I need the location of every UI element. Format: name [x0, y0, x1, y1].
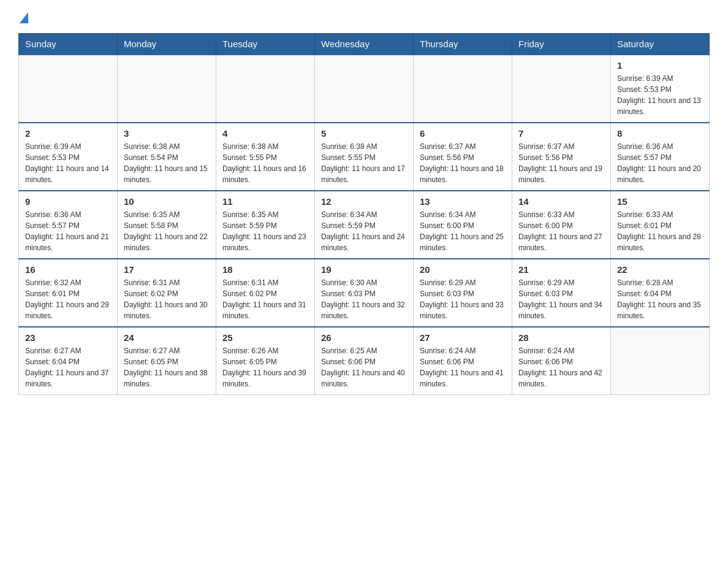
day-info: Sunrise: 6:33 AM Sunset: 6:00 PM Dayligh…	[518, 209, 604, 253]
calendar-cell: 20Sunrise: 6:29 AM Sunset: 6:03 PM Dayli…	[414, 259, 512, 327]
day-info: Sunrise: 6:29 AM Sunset: 6:03 PM Dayligh…	[518, 277, 604, 321]
day-number: 16	[25, 264, 111, 275]
day-info: Sunrise: 6:36 AM Sunset: 5:57 PM Dayligh…	[617, 141, 703, 185]
calendar-week-row: 2Sunrise: 6:39 AM Sunset: 5:53 PM Daylig…	[19, 123, 710, 191]
day-info: Sunrise: 6:35 AM Sunset: 5:59 PM Dayligh…	[222, 209, 308, 253]
calendar-cell: 3Sunrise: 6:38 AM Sunset: 5:54 PM Daylig…	[118, 123, 216, 191]
day-info: Sunrise: 6:39 AM Sunset: 5:53 PM Dayligh…	[25, 141, 111, 185]
calendar-cell: 19Sunrise: 6:30 AM Sunset: 6:03 PM Dayli…	[315, 259, 414, 327]
day-number: 12	[321, 196, 407, 207]
day-info: Sunrise: 6:24 AM Sunset: 6:06 PM Dayligh…	[420, 345, 506, 389]
day-number: 17	[124, 264, 210, 275]
day-info: Sunrise: 6:31 AM Sunset: 6:02 PM Dayligh…	[124, 277, 210, 321]
day-info: Sunrise: 6:38 AM Sunset: 5:55 PM Dayligh…	[321, 141, 407, 185]
logo-triangle-icon	[20, 12, 28, 23]
day-info: Sunrise: 6:37 AM Sunset: 5:56 PM Dayligh…	[518, 141, 604, 185]
weekday-header: Tuesday	[216, 34, 315, 55]
calendar-cell: 14Sunrise: 6:33 AM Sunset: 6:00 PM Dayli…	[512, 191, 611, 259]
day-info: Sunrise: 6:26 AM Sunset: 6:05 PM Dayligh…	[222, 345, 308, 389]
day-number: 5	[321, 128, 407, 139]
calendar-cell: 5Sunrise: 6:38 AM Sunset: 5:55 PM Daylig…	[315, 123, 414, 191]
day-number: 19	[321, 264, 407, 275]
calendar-cell: 21Sunrise: 6:29 AM Sunset: 6:03 PM Dayli…	[512, 259, 611, 327]
calendar-table: SundayMondayTuesdayWednesdayThursdayFrid…	[18, 33, 710, 395]
calendar-cell: 6Sunrise: 6:37 AM Sunset: 5:56 PM Daylig…	[414, 123, 512, 191]
weekday-header: Saturday	[611, 34, 710, 55]
day-info: Sunrise: 6:37 AM Sunset: 5:56 PM Dayligh…	[420, 141, 506, 185]
day-number: 11	[222, 196, 308, 207]
day-number: 23	[25, 332, 111, 343]
calendar-cell	[611, 327, 710, 395]
day-number: 4	[222, 128, 308, 139]
calendar-cell	[19, 55, 118, 123]
day-number: 28	[518, 332, 604, 343]
calendar-cell: 10Sunrise: 6:35 AM Sunset: 5:58 PM Dayli…	[118, 191, 216, 259]
day-info: Sunrise: 6:34 AM Sunset: 5:59 PM Dayligh…	[321, 209, 407, 253]
day-info: Sunrise: 6:38 AM Sunset: 5:54 PM Dayligh…	[124, 141, 210, 185]
calendar-cell: 11Sunrise: 6:35 AM Sunset: 5:59 PM Dayli…	[216, 191, 315, 259]
weekday-header: Thursday	[414, 34, 512, 55]
calendar-cell	[315, 55, 414, 123]
day-number: 22	[617, 264, 703, 275]
calendar-cell	[414, 55, 512, 123]
day-info: Sunrise: 6:31 AM Sunset: 6:02 PM Dayligh…	[222, 277, 308, 321]
calendar-week-row: 1Sunrise: 6:39 AM Sunset: 5:53 PM Daylig…	[19, 55, 710, 123]
calendar-cell: 28Sunrise: 6:24 AM Sunset: 6:06 PM Dayli…	[512, 327, 611, 395]
day-info: Sunrise: 6:24 AM Sunset: 6:06 PM Dayligh…	[518, 345, 604, 389]
calendar-cell: 1Sunrise: 6:39 AM Sunset: 5:53 PM Daylig…	[611, 55, 710, 123]
calendar-cell	[118, 55, 216, 123]
day-number: 24	[124, 332, 210, 343]
calendar-cell: 9Sunrise: 6:36 AM Sunset: 5:57 PM Daylig…	[19, 191, 118, 259]
calendar-cell: 25Sunrise: 6:26 AM Sunset: 6:05 PM Dayli…	[216, 327, 315, 395]
calendar-week-row: 23Sunrise: 6:27 AM Sunset: 6:04 PM Dayli…	[19, 327, 710, 395]
day-info: Sunrise: 6:27 AM Sunset: 6:04 PM Dayligh…	[25, 345, 111, 389]
day-number: 1	[617, 60, 703, 71]
day-number: 8	[617, 128, 703, 139]
day-info: Sunrise: 6:39 AM Sunset: 5:53 PM Dayligh…	[617, 73, 703, 117]
day-info: Sunrise: 6:33 AM Sunset: 6:01 PM Dayligh…	[617, 209, 703, 253]
calendar-cell: 26Sunrise: 6:25 AM Sunset: 6:06 PM Dayli…	[315, 327, 414, 395]
logo	[18, 12, 29, 23]
day-number: 20	[420, 264, 506, 275]
day-number: 2	[25, 128, 111, 139]
day-number: 9	[25, 196, 111, 207]
calendar-cell	[216, 55, 315, 123]
day-number: 15	[617, 196, 703, 207]
calendar-cell: 8Sunrise: 6:36 AM Sunset: 5:57 PM Daylig…	[611, 123, 710, 191]
calendar-cell: 15Sunrise: 6:33 AM Sunset: 6:01 PM Dayli…	[611, 191, 710, 259]
calendar-cell: 12Sunrise: 6:34 AM Sunset: 5:59 PM Dayli…	[315, 191, 414, 259]
day-info: Sunrise: 6:32 AM Sunset: 6:01 PM Dayligh…	[25, 277, 111, 321]
day-info: Sunrise: 6:29 AM Sunset: 6:03 PM Dayligh…	[420, 277, 506, 321]
weekday-header: Friday	[512, 34, 611, 55]
calendar-cell: 7Sunrise: 6:37 AM Sunset: 5:56 PM Daylig…	[512, 123, 611, 191]
weekday-header: Sunday	[19, 34, 118, 55]
weekday-header: Monday	[118, 34, 216, 55]
day-number: 25	[222, 332, 308, 343]
calendar-cell: 24Sunrise: 6:27 AM Sunset: 6:05 PM Dayli…	[118, 327, 216, 395]
day-info: Sunrise: 6:35 AM Sunset: 5:58 PM Dayligh…	[124, 209, 210, 253]
calendar-cell: 2Sunrise: 6:39 AM Sunset: 5:53 PM Daylig…	[19, 123, 118, 191]
calendar-cell: 23Sunrise: 6:27 AM Sunset: 6:04 PM Dayli…	[19, 327, 118, 395]
day-number: 10	[124, 196, 210, 207]
calendar-cell: 16Sunrise: 6:32 AM Sunset: 6:01 PM Dayli…	[19, 259, 118, 327]
day-number: 26	[321, 332, 407, 343]
day-number: 6	[420, 128, 506, 139]
day-info: Sunrise: 6:36 AM Sunset: 5:57 PM Dayligh…	[25, 209, 111, 253]
weekday-header: Wednesday	[315, 34, 414, 55]
calendar-cell: 22Sunrise: 6:28 AM Sunset: 6:04 PM Dayli…	[611, 259, 710, 327]
day-number: 3	[124, 128, 210, 139]
day-info: Sunrise: 6:25 AM Sunset: 6:06 PM Dayligh…	[321, 345, 407, 389]
day-info: Sunrise: 6:38 AM Sunset: 5:55 PM Dayligh…	[222, 141, 308, 185]
calendar-cell	[512, 55, 611, 123]
calendar-cell: 27Sunrise: 6:24 AM Sunset: 6:06 PM Dayli…	[414, 327, 512, 395]
calendar-cell: 4Sunrise: 6:38 AM Sunset: 5:55 PM Daylig…	[216, 123, 315, 191]
calendar-week-row: 9Sunrise: 6:36 AM Sunset: 5:57 PM Daylig…	[19, 191, 710, 259]
day-info: Sunrise: 6:30 AM Sunset: 6:03 PM Dayligh…	[321, 277, 407, 321]
calendar-cell: 17Sunrise: 6:31 AM Sunset: 6:02 PM Dayli…	[118, 259, 216, 327]
day-info: Sunrise: 6:34 AM Sunset: 6:00 PM Dayligh…	[420, 209, 506, 253]
day-number: 18	[222, 264, 308, 275]
day-number: 21	[518, 264, 604, 275]
calendar-cell: 13Sunrise: 6:34 AM Sunset: 6:00 PM Dayli…	[414, 191, 512, 259]
day-info: Sunrise: 6:27 AM Sunset: 6:05 PM Dayligh…	[124, 345, 210, 389]
calendar-cell: 18Sunrise: 6:31 AM Sunset: 6:02 PM Dayli…	[216, 259, 315, 327]
